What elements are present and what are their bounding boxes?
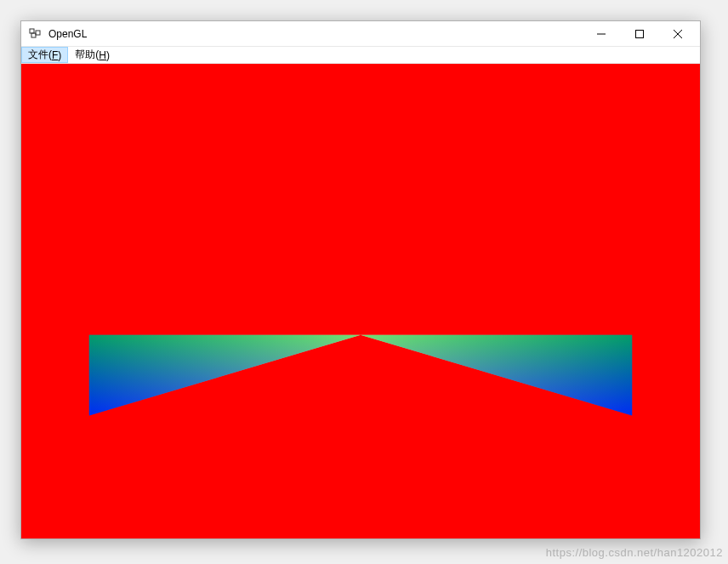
- opengl-canvas: [21, 64, 700, 538]
- menu-file-prefix: 文件(: [28, 48, 52, 62]
- menu-help[interactable]: 帮助(H): [68, 47, 117, 63]
- minimize-button[interactable]: [582, 22, 620, 46]
- canvas-background: [21, 64, 700, 538]
- menu-file[interactable]: 文件(F): [21, 47, 68, 63]
- menu-file-mnemonic: F: [52, 49, 58, 61]
- menu-help-suffix: ): [106, 49, 110, 61]
- maximize-button[interactable]: [620, 22, 658, 46]
- window-title: OpenGL: [48, 28, 87, 40]
- app-icon: [28, 27, 42, 41]
- menu-file-suffix: ): [58, 49, 61, 61]
- watermark-text: https://blog.csdn.net/han1202012: [546, 546, 723, 559]
- svg-rect-2: [36, 31, 40, 35]
- close-button[interactable]: [658, 22, 697, 46]
- app-window: OpenGL 文件(F) 帮助(H): [20, 20, 701, 539]
- titlebar: OpenGL: [21, 21, 700, 47]
- titlebar-left: OpenGL: [28, 27, 87, 41]
- menu-help-mnemonic: H: [99, 49, 106, 61]
- svg-rect-0: [30, 29, 34, 33]
- svg-rect-4: [635, 30, 643, 37]
- opengl-viewport: [21, 64, 700, 538]
- window-controls: [582, 22, 697, 46]
- menu-help-prefix: 帮助(: [75, 48, 99, 62]
- svg-rect-1: [31, 33, 36, 37]
- menubar: 文件(F) 帮助(H): [21, 47, 700, 64]
